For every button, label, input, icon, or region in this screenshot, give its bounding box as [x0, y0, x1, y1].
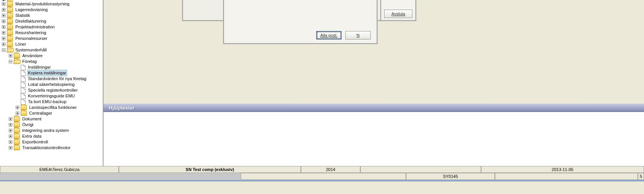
inner-dialog: Alla post. N [223, 0, 378, 44]
expand-icon[interactable] [7, 128, 14, 133]
folder-icon [14, 53, 20, 58]
folder-icon [14, 117, 20, 122]
tree-folder-integrering-andra-system[interactable]: Integrering andra system [21, 128, 70, 133]
tree-folder-foretag[interactable]: Företag [21, 59, 38, 64]
folder-icon [21, 111, 27, 116]
status-user: EMEA\Terez.Gubicza [0, 166, 119, 173]
document-icon [21, 99, 26, 105]
statusbar-row-2: SY0145 5 [0, 173, 644, 180]
tree-folder-direktfakturering[interactable]: Direktfakturering [15, 18, 47, 24]
document-icon [21, 76, 26, 82]
n-button[interactable]: N [345, 31, 371, 39]
folder-icon [14, 122, 20, 127]
document-icon [21, 88, 26, 93]
folder-icon [21, 105, 27, 110]
alla-post-button[interactable]: Alla post. [316, 31, 342, 39]
expand-icon[interactable] [7, 139, 14, 145]
expand-icon[interactable] [0, 24, 7, 30]
expand-icon[interactable] [7, 116, 14, 122]
expand-icon[interactable] [7, 122, 14, 128]
tree-item-speciella-registerkontroller[interactable]: Speciella registerkontroller [27, 87, 79, 93]
expand-icon[interactable] [14, 105, 21, 110]
tree-folder-exportkontroll[interactable]: Exportkontroll [21, 139, 49, 145]
folder-open-icon [7, 48, 13, 53]
expand-icon[interactable] [0, 7, 7, 13]
folder-icon [7, 19, 13, 24]
document-icon [21, 71, 26, 76]
status-empty1 [360, 166, 481, 173]
tree-folder-resurshantering[interactable]: Resurshantering [15, 30, 47, 36]
avsluta-button[interactable]: Avsluta [384, 10, 412, 18]
tree-folder-dokument[interactable]: Dokument [21, 116, 42, 122]
tree-item-konverteringsguide-emu[interactable]: Konverteringsguide EMU [27, 93, 76, 99]
expand-icon[interactable] [0, 36, 7, 41]
main-workspace: Filnamn Alla post. N Avsluta Hjälptexter [104, 0, 644, 166]
status-num: 5 [638, 173, 644, 180]
document-icon [21, 94, 26, 99]
status-year: 2014 [301, 166, 360, 173]
status2-gap [0, 173, 241, 180]
right-dialog-fragment: Avsluta [380, 0, 416, 21]
tree-folder-centrallager[interactable]: Centrallager [28, 110, 53, 116]
folder-icon [7, 42, 13, 47]
expand-icon[interactable] [14, 110, 21, 116]
folder-icon [7, 7, 13, 12]
tree-folder-extra-data[interactable]: Extra data [21, 133, 42, 139]
folder-icon [14, 140, 20, 145]
statusbar-row-1: EMEA\Terez.Gubicza SN Test comp (exklusi… [0, 166, 644, 173]
tree-folder-projektadministration[interactable]: Projektadministration [15, 24, 56, 30]
status2-empty2 [495, 173, 638, 180]
tree-item-lokal-s-kerhetskopiering[interactable]: Lokal säkerhetskopiering [27, 82, 76, 87]
tree-item-standardv-rden-f-r-nya-f-retag[interactable]: Standardvärden för nya företag [27, 76, 87, 82]
tree-folder-l-ner[interactable]: Löner [15, 41, 27, 47]
folder-icon [7, 13, 13, 18]
expand-icon[interactable] [0, 30, 7, 36]
tree-folder-anvandare[interactable]: Användare [21, 53, 43, 59]
folder-icon [14, 145, 20, 150]
status2-empty1 [241, 173, 406, 180]
folder-icon [7, 2, 13, 7]
collapse-icon[interactable] [0, 47, 7, 53]
tree-folder--vrigt[interactable]: Övrigt [21, 122, 34, 128]
folder-icon [7, 30, 13, 35]
expand-icon[interactable] [0, 13, 7, 18]
help-texts-header: Hjälptexter [104, 104, 644, 112]
expand-icon[interactable] [7, 53, 14, 59]
tree-folder-landsspecifika[interactable]: Landsspecifika funktioner [28, 105, 77, 110]
expand-icon[interactable] [0, 18, 7, 24]
tree-folder-transaktionskontrollmotor[interactable]: Transaktionskontrollmotor [21, 145, 71, 151]
document-icon [21, 65, 26, 70]
folder-icon [14, 134, 20, 139]
expand-icon[interactable] [0, 41, 7, 47]
bottom-accent-strip [0, 180, 644, 181]
folder-icon [7, 36, 13, 41]
folder-icon [7, 25, 13, 30]
folder-icon [14, 128, 20, 133]
expand-icon[interactable] [7, 133, 14, 139]
status-code: SY0145 [406, 173, 495, 180]
tree-folder-material-produktionsstyrning[interactable]: Material-/produktionsstyrning [15, 1, 70, 7]
folder-open-icon [14, 59, 20, 64]
tree-item-ta-bort-emu-backup[interactable]: Ta bort EMU-backup [27, 99, 67, 105]
status-company: SN Test comp (exklusiv) [119, 166, 301, 173]
tree-item-kopiera-inst-llningar[interactable]: Kopiera inställningar [27, 70, 67, 76]
tree-folder-statistik[interactable]: Statistik [15, 13, 31, 18]
help-texts-body [104, 112, 644, 166]
navigation-tree: Material-/produktionsstyrningLagerredovi… [0, 0, 104, 166]
collapse-icon[interactable] [7, 59, 14, 64]
expand-icon[interactable] [7, 145, 14, 151]
tree-folder-lagerredovisning[interactable]: Lagerredovisning [15, 7, 48, 13]
tree-item-inst-llningar[interactable]: Inställningar [27, 64, 51, 70]
expand-icon[interactable] [0, 1, 7, 7]
tree-folder-systemunderhall[interactable]: Systemunderhåll [15, 47, 48, 53]
document-icon [21, 82, 26, 87]
status-date: 2013-11-05 [481, 166, 644, 173]
tree-folder-personalresurser[interactable]: Personalresurser [15, 36, 48, 41]
